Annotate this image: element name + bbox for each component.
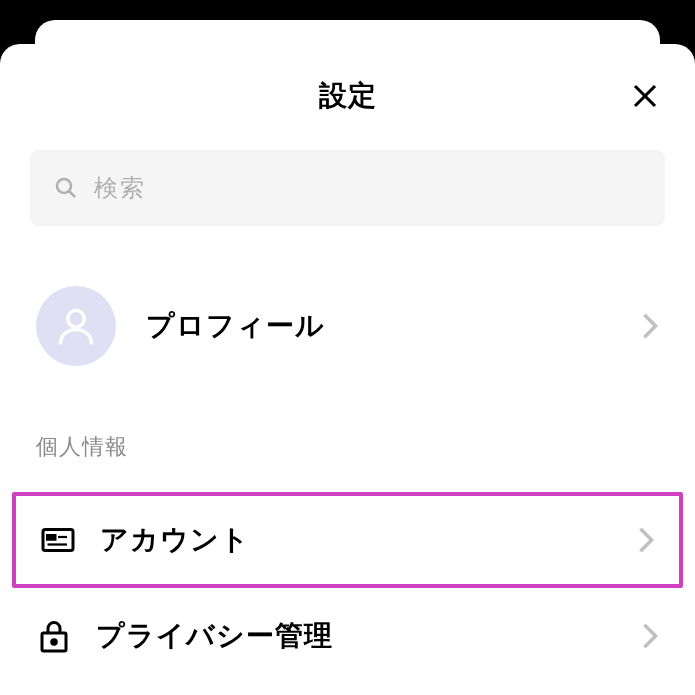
account-label: アカウント (100, 521, 637, 559)
account-icon (40, 522, 76, 558)
svg-point-10 (52, 640, 57, 645)
svg-rect-6 (48, 536, 56, 540)
settings-modal: 設定 検索 プロフィール 個人情報 (0, 44, 695, 695)
search-placeholder: 検索 (94, 172, 146, 204)
modal-header: 設定 (0, 72, 695, 120)
svg-line-3 (70, 192, 76, 198)
close-icon (630, 81, 660, 111)
page-title: 設定 (319, 77, 377, 115)
account-row[interactable]: アカウント (12, 492, 683, 588)
chevron-right-icon (641, 622, 659, 650)
search-input[interactable]: 検索 (30, 150, 665, 226)
chevron-right-icon (637, 526, 655, 554)
privacy-label: プライバシー管理 (96, 617, 641, 655)
lock-icon (36, 618, 72, 654)
svg-point-4 (68, 310, 85, 327)
profile-label: プロフィール (146, 307, 641, 345)
section-header: 個人情報 (0, 432, 695, 462)
avatar (36, 286, 116, 366)
svg-point-2 (57, 179, 71, 193)
profile-row[interactable]: プロフィール (0, 276, 695, 376)
privacy-row[interactable]: プライバシー管理 (0, 588, 695, 684)
chevron-right-icon (641, 312, 659, 340)
search-icon (54, 176, 78, 200)
person-icon (54, 304, 98, 348)
close-button[interactable] (627, 78, 663, 114)
